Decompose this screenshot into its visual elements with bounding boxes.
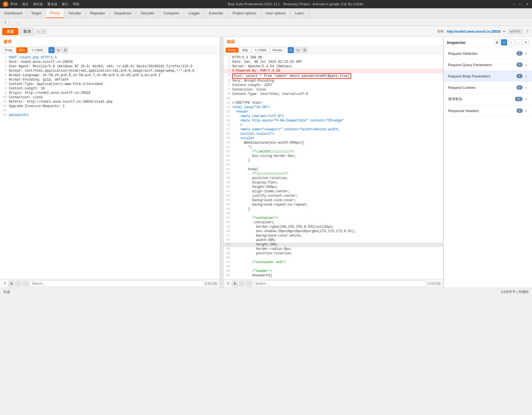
send-button[interactable]: 发送 <box>2 28 18 35</box>
inspector-sort-desc-btn[interactable]: ↓ <box>515 39 521 45</box>
tab-comparer[interactable]: Comparer <box>159 8 184 18</box>
line-number: 50 <box>225 274 232 277</box>
line-number: 7 <box>225 83 232 87</box>
menu-tester[interactable]: 测试器 <box>33 2 43 7</box>
resp-search-next[interactable]: → <box>246 281 252 287</box>
line-content: <!DOCTYPE html> <box>232 101 262 105</box>
table-row: 31 align-items:center; <box>223 190 443 194</box>
menu-project[interactable]: 项目 <box>22 2 29 7</box>
req-pretty-btn[interactable]: Pretty <box>2 48 15 53</box>
tab-project-options[interactable]: Project options <box>228 8 261 18</box>
table-row: 8Connection: close <box>223 88 443 92</box>
list-item[interactable]: Request Attributes2∨ <box>444 48 532 59</box>
req-search-next[interactable]: → <box>23 281 29 287</box>
prev-button[interactable]: ‹ <box>36 29 41 34</box>
tab-intruder[interactable]: Intruder <box>64 8 86 18</box>
tab-learn[interactable]: Learn <box>291 8 309 18</box>
req-raw-btn[interactable]: 原始 <box>16 47 27 53</box>
list-item[interactable]: 请求标头11∨ <box>444 93 532 105</box>
table-row: 50 #headerh1{ <box>223 274 443 278</box>
tab-proxy[interactable]: Proxy <box>46 8 64 18</box>
resp-search-settings[interactable]: ⚙ <box>232 281 238 287</box>
line-content: display:flex; <box>232 181 278 185</box>
line-number: 10 <box>1 95 9 99</box>
sub-tab-1[interactable]: 1 × <box>2 20 12 25</box>
tab-repeater[interactable]: Repeater <box>86 8 110 18</box>
list-item[interactable]: Request Query Parameters0∨ <box>444 59 532 71</box>
table-row: 9Origin: http://node3.anna.nssctf.cn:280… <box>0 91 220 95</box>
tab-dashboard[interactable]: Dashboard <box>0 8 27 18</box>
table-row: 3Server: Apache/2.4.54 (Debian) <box>223 64 443 69</box>
resp-filter-btn[interactable]: ≡ <box>288 47 294 53</box>
next-button[interactable]: › <box>42 29 47 34</box>
tab-logger[interactable]: Logger <box>184 8 204 18</box>
line-content: User-Agent: Mozilla/5.0 (Windows NT 10.0… <box>9 64 192 68</box>
req-menu-btn[interactable]: ☰ <box>62 47 68 53</box>
panel-divider[interactable]: ⋮ <box>220 37 223 288</box>
tab-decoder[interactable]: Decoder <box>136 8 159 18</box>
table-row: 23 box-sizing:border-box; <box>223 154 443 159</box>
tab-target[interactable]: Target <box>27 8 46 18</box>
list-item[interactable]: Request Cookies0∨ <box>444 82 532 93</box>
req-search-prev[interactable]: ← <box>16 281 22 287</box>
response-code-area[interactable]: 1HTTP/1.1 200 OK2Date: Sat, 08 Jul 2023 … <box>223 55 443 279</box>
resp-hex-btn[interactable]: 十六制码 <box>252 47 269 53</box>
request-code-area[interactable]: 1POST /sta4t.php HTTP/1.12Host: node3.an… <box>0 55 220 279</box>
inspector-sort-asc-btn[interactable]: ↑ <box>508 39 514 45</box>
sub-tab-more[interactable]: … <box>13 20 21 25</box>
resp-menu-btn[interactable]: ☰ <box>302 47 308 53</box>
line-number: 1 <box>1 56 9 59</box>
req-hex-btn[interactable]: 十六制码 <box>29 47 46 53</box>
req-filter-btn[interactable]: ≡ <box>48 47 55 53</box>
req-search-help[interactable]: ? <box>2 281 7 286</box>
menu-resender[interactable]: 重发器 <box>47 2 57 7</box>
help-icon[interactable]: ? <box>525 29 530 34</box>
req-search-settings[interactable]: ⚙ <box>8 281 14 287</box>
line-number: 5 <box>1 73 9 77</box>
resp-search-help[interactable]: ? <box>226 281 231 286</box>
chevron-down-icon: ∨ <box>525 74 528 78</box>
resp-pretty-btn[interactable]: Pretty <box>226 48 239 53</box>
inspector-row-label: Response Headers <box>448 109 516 113</box>
table-row: 13 <head> <box>223 110 443 114</box>
http-version-badge: HTTP/1 <box>508 29 523 34</box>
table-row: 27 /*□□□□□□□□□□□□□□*/ <box>223 172 443 176</box>
line-number: 26 <box>225 167 232 171</box>
resp-raw-btn[interactable]: 原始 <box>240 47 251 53</box>
inspector-row-label: Request Query Parameters <box>448 63 516 67</box>
list-item[interactable]: Response Headers8∨ <box>444 105 532 116</box>
request-search-input[interactable] <box>30 281 203 287</box>
tab-extender[interactable]: Extender <box>205 8 228 18</box>
response-panel: 响应 Pretty 原始 十六制码 Render ≡ \n ☰ 1HTTP/1.… <box>223 37 444 288</box>
req-newline-btn[interactable]: \n <box>55 47 61 53</box>
line-number: 48 <box>225 265 232 268</box>
inspector-close-btn[interactable]: ✕ <box>523 39 529 45</box>
panels-row: 请求 Pretty 原始 十六制码 ≡ \n ☰ 1POST /sta4t.ph… <box>0 37 532 288</box>
minimize-button[interactable]: ─ <box>512 2 516 6</box>
maximize-button[interactable]: □ <box>518 2 523 6</box>
request-search-bar: ? ⚙ ← → 没有匹配 <box>0 279 220 288</box>
request-panel-header: 请求 <box>0 37 220 46</box>
response-search-input[interactable] <box>253 281 427 287</box>
line-number: 29 <box>225 181 232 184</box>
line-number: 2 <box>1 60 9 63</box>
tab-sequencer[interactable]: Sequencer <box>110 8 136 18</box>
list-item[interactable]: Request Body Parameters1∨ <box>444 71 532 82</box>
inspector-grid-btn[interactable]: ⊞ <box>494 39 500 45</box>
inspector-list-btn[interactable]: ≡ <box>501 39 507 45</box>
menu-window[interactable]: 窗口 <box>62 2 68 7</box>
resp-newline-btn[interactable]: \n <box>295 47 301 53</box>
menu-help[interactable]: 帮助 <box>73 2 79 7</box>
close-button[interactable]: ✕ <box>525 2 529 6</box>
cancel-button[interactable]: 取消 <box>20 28 34 35</box>
edit-icon[interactable]: ✏ <box>503 29 506 34</box>
line-number: 25 <box>225 163 232 166</box>
table-row: 12<html lang="zh-CN"> <box>223 105 443 110</box>
resp-render-btn[interactable]: Render <box>270 48 285 53</box>
resp-search-prev[interactable]: ← <box>239 281 245 287</box>
line-number: 27 <box>225 172 232 175</box>
tab-user-options[interactable]: User options <box>261 8 291 18</box>
line-number: 6 <box>1 78 9 81</box>
line-content: Content-Type: application/x-www-form-url… <box>9 82 102 86</box>
menu-burp[interactable]: Burp <box>11 2 17 7</box>
